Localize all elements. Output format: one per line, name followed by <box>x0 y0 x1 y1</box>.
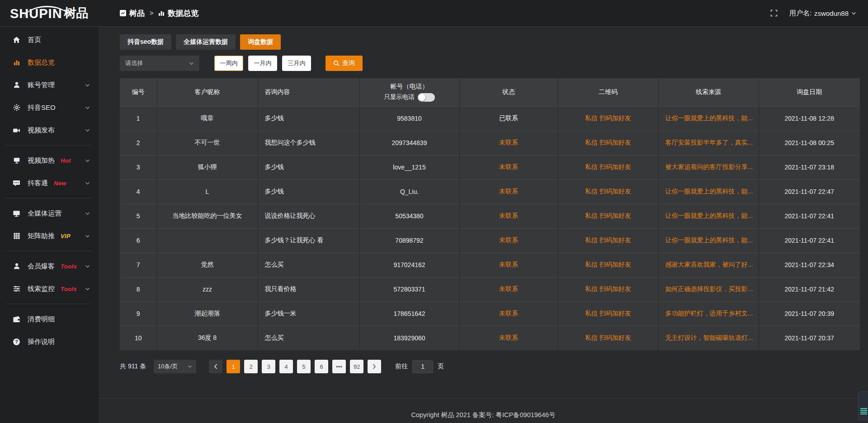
cell-account: 70898792 <box>359 228 459 253</box>
page-buttons: 123456•••92 <box>222 360 363 373</box>
sidebar-item-sliders[interactable]: 线索监控Tools <box>0 277 99 300</box>
cell-qrcode-link[interactable]: 私信 扫码加好友 <box>558 277 658 301</box>
cell-source-link[interactable]: 无主灯设计，智能磁吸轨道灯... <box>658 326 759 350</box>
app-icon <box>120 10 126 16</box>
cell-qrcode-link[interactable]: 私信 扫码加好友 <box>558 155 658 179</box>
sidebar-item-wallet[interactable]: 消费明细 <box>0 308 99 330</box>
search-button[interactable]: 查询 <box>326 56 363 71</box>
chevron-down-icon <box>85 158 90 163</box>
table-row: 6多少钱？让我死心 看70898792未联系私信 扫码加好友让你一眼就爱上的黑科… <box>120 228 860 253</box>
prev-page-button[interactable] <box>209 360 222 373</box>
status-badge: 已联系 <box>459 106 558 131</box>
cell-account: Q_Liu. <box>359 179 459 204</box>
next-page-button[interactable] <box>368 360 381 373</box>
fullscreen-icon[interactable] <box>770 9 778 17</box>
sidebar-item-monitor[interactable]: 全媒体运营 <box>0 202 99 225</box>
sliders-icon <box>12 285 21 292</box>
cell-source-link[interactable]: 客厅安装投影半年多了，真实... <box>658 131 759 155</box>
sidebar-item-user[interactable]: 账号管理 <box>0 74 99 96</box>
sidebar-item-label: 视频发布 <box>28 126 55 135</box>
page-button-5[interactable]: 5 <box>297 360 311 373</box>
username-menu[interactable]: 用户名: zswodun88 <box>789 9 856 18</box>
page-button-1[interactable]: 1 <box>226 360 240 373</box>
sidebar-item-grid[interactable]: 矩阵助推VIP <box>0 225 99 247</box>
goto-page-input[interactable] <box>412 360 433 373</box>
sidebar-item-question[interactable]: ?操作说明 <box>0 330 99 353</box>
cell-qrcode-link[interactable]: 私信 扫码加好友 <box>558 204 658 228</box>
cell-source-link[interactable]: 让你一眼就爱上的黑科技，能... <box>658 179 759 204</box>
tab-0[interactable]: 抖音seo数据 <box>120 34 171 50</box>
table-row: 2不可一世我想问这个多少钱2097344839未联系私信 扫码加好友客厅安装投影… <box>120 131 860 155</box>
sidebar-item-chart[interactable]: 数据总览 <box>0 51 99 74</box>
cell-qrcode-link[interactable]: 私信 扫码加好友 <box>558 106 658 131</box>
status-badge: 未联系 <box>459 228 558 253</box>
cell-source-link[interactable]: 多功能护栏灯，适用于乡村文... <box>658 301 759 326</box>
range-button-1[interactable]: 一月内 <box>248 56 277 71</box>
range-button-0[interactable]: 一周内 <box>214 56 243 71</box>
table-row: 9潮起潮落多少钱一米178651642未联系私信 扫码加好友多功能护栏灯，适用于… <box>120 301 860 326</box>
table-row: 1哦章多少钱9583810已联系私信 扫码加好友让你一眼就爱上的黑科技，能...… <box>120 106 860 131</box>
home-icon <box>12 36 21 44</box>
cell-account: love__1215 <box>359 155 459 179</box>
range-button-2[interactable]: 三月内 <box>282 56 311 71</box>
cell-nickname: 当地比较能吃的一位美女 <box>157 204 258 228</box>
sidebar-item-chat[interactable]: 抖客通New <box>0 172 99 194</box>
cell-qrcode-link[interactable]: 私信 扫码加好友 <box>558 326 658 350</box>
page-button-4[interactable]: 4 <box>279 360 293 373</box>
page-button-3[interactable]: 3 <box>262 360 275 373</box>
tab-bar: 抖音seo数据全媒体运营数据询盘数据 <box>120 34 860 50</box>
tab-2[interactable]: 询盘数据 <box>240 34 281 50</box>
status-badge: 未联系 <box>459 204 558 228</box>
breadcrumb-app[interactable]: 树品 <box>129 8 145 19</box>
footer: Copyright 树品 2021 备案号: 粤ICP备09019646号 <box>99 398 868 419</box>
sidebar-item-label: 账号管理 <box>28 81 55 89</box>
sidebar-item-gear[interactable]: 抖音SEO <box>0 96 99 119</box>
cell-source-link[interactable]: 感谢大家喜欢我家，被问了好... <box>658 253 759 277</box>
sidebar-item-badge: Tools <box>61 263 77 270</box>
cell-source-link[interactable]: 让你一眼就爱上的黑科技，能... <box>658 228 759 253</box>
goto-label: 前往 <box>395 362 408 371</box>
filter-select[interactable]: 请选择 <box>120 56 199 71</box>
toggle-knob <box>419 94 425 101</box>
brand-logo[interactable]: SHUPIN 树品 <box>0 5 99 21</box>
cell-content: 说说价格让我死心 <box>258 204 359 228</box>
page-button-6[interactable]: 6 <box>315 360 328 373</box>
cell-qrcode-link[interactable]: 私信 扫码加好友 <box>558 301 658 326</box>
sidebar-item-home[interactable]: 首页 <box>0 28 99 51</box>
sidebar-divider <box>5 198 91 198</box>
sidebar-item-label: 抖客通 <box>28 179 48 188</box>
cell-source-link[interactable]: 被大家追着问的客厅投影分享... <box>658 155 759 179</box>
page-size-select[interactable]: 10条/页 <box>154 360 196 373</box>
breadcrumb-page[interactable]: 数据总览 <box>168 8 198 19</box>
page-button-2[interactable]: 2 <box>244 360 258 373</box>
phone-only-toggle[interactable] <box>418 93 435 102</box>
sidebar-item-person[interactable]: 会员爆客Tools <box>0 255 99 277</box>
cell-source-link[interactable]: 如何正确选择投影仪，买投影... <box>658 277 759 301</box>
cell-qrcode-link[interactable]: 私信 扫码加好友 <box>558 253 658 277</box>
cell-qrcode-link[interactable]: 私信 扫码加好友 <box>558 131 658 155</box>
table-header-row: 编号 客户昵称 咨询内容 帐号（电话） 只显示电话 状态 二维码 线索来源 询盘… <box>120 78 860 106</box>
cell-qrcode-link[interactable]: 私信 扫码加好友 <box>558 228 658 253</box>
status-badge: 未联系 <box>459 253 558 277</box>
table-row: 8zzz我只看价格572803371未联系私信 扫码加好友如何正确选择投影仪，买… <box>120 277 860 301</box>
chevron-down-icon <box>85 211 90 216</box>
floating-widget[interactable] <box>858 391 868 420</box>
page-size-value: 10条/页 <box>158 362 178 371</box>
page-button-92[interactable]: 92 <box>350 360 363 373</box>
table-body: 1哦章多少钱9583810已联系私信 扫码加好友让你一眼就爱上的黑科技，能...… <box>120 106 860 350</box>
sidebar-item-video[interactable]: 视频发布 <box>0 119 99 141</box>
sidebar-item-badge: New <box>54 180 66 187</box>
cell-source-link[interactable]: 让你一眼就爱上的黑科技，能... <box>658 106 759 131</box>
person-icon <box>12 263 21 270</box>
cell-qrcode-link[interactable]: 私信 扫码加好友 <box>558 179 658 204</box>
app-root: SHUPIN 树品 树品 > 数据总览 用户名: zswodun88 <box>0 0 868 423</box>
cell-no: 6 <box>120 228 157 253</box>
cell-date: 2021-11-08 12:28 <box>759 106 860 131</box>
page-ellipsis[interactable]: ••• <box>332 360 346 373</box>
cell-source-link[interactable]: 让你一眼就爱上的黑科技，能... <box>658 204 759 228</box>
status-badge: 未联系 <box>459 301 558 326</box>
table-row: 1036度 8怎么买183929060未联系私信 扫码加好友无主灯设计，智能磁吸… <box>120 326 860 350</box>
sidebar-item-screen[interactable]: 视频加热Hot <box>0 149 99 172</box>
video-icon <box>12 127 21 134</box>
tab-1[interactable]: 全媒体运营数据 <box>176 34 236 50</box>
